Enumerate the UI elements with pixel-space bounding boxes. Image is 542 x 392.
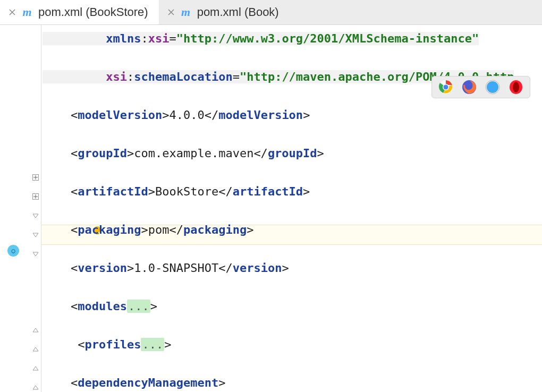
svg-point-9 [487,81,498,93]
safari-icon[interactable] [485,80,500,95]
close-icon[interactable] [167,8,175,16]
editor[interactable]: ○ xmlns:xsi="http://www.w3.org/2001/XMLS… [0,25,542,392]
maven-icon: m [180,6,192,18]
fold-end-icon[interactable] [32,365,39,372]
fold-collapse-icon[interactable] [32,250,39,258]
fold-collapse-icon[interactable] [32,231,39,238]
tab-label: pom.xml (BookStore) [38,5,148,19]
svg-point-6 [444,85,448,90]
open-in-browser-toolbar [431,76,530,98]
tab-pom-book[interactable]: m pom.xml (Book) [159,0,290,24]
fold-collapse-icon[interactable] [32,212,39,219]
maven-icon: m [21,6,33,18]
fold-end-icon[interactable] [32,346,39,353]
fold-expand-icon[interactable] [32,174,39,181]
tab-label: pom.xml (Book) [197,5,279,19]
tab-pom-bookstore[interactable]: m pom.xml (BookStore) [0,0,159,24]
firefox-icon[interactable] [462,80,477,95]
chrome-icon[interactable] [438,80,453,95]
opera-icon[interactable] [509,80,523,95]
fold-expand-icon[interactable] [32,193,39,200]
fold-end-icon[interactable] [32,384,39,391]
fold-end-icon[interactable] [32,327,39,334]
structure-marker[interactable]: ○ [7,245,19,257]
gutter[interactable]: ○ [0,25,41,392]
close-icon[interactable] [9,8,16,16]
tab-bar: m pom.xml (BookStore) m pom.xml (Book) [0,0,542,25]
svg-point-11 [513,82,519,92]
